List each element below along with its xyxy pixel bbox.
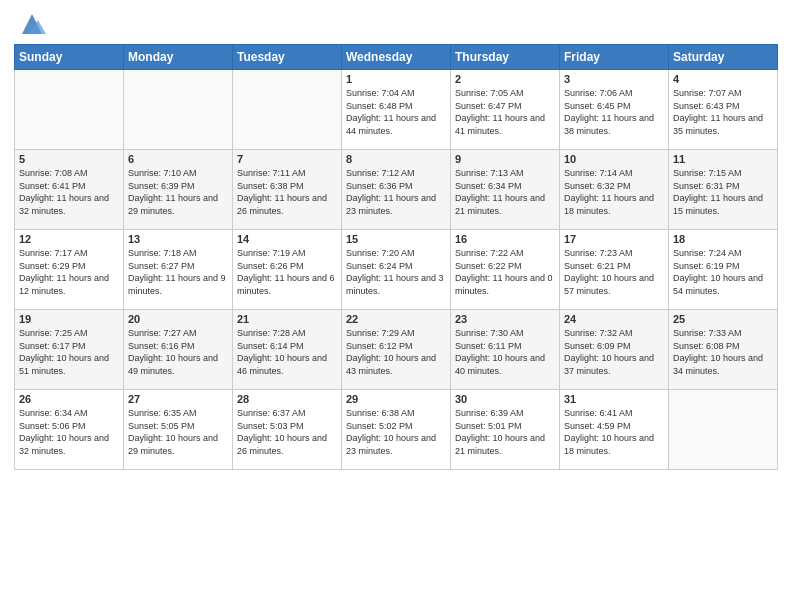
calendar-cell: 11Sunrise: 7:15 AMSunset: 6:31 PMDayligh… — [669, 150, 778, 230]
day-number: 19 — [19, 313, 119, 325]
weekday-header-sunday: Sunday — [15, 45, 124, 70]
day-number: 25 — [673, 313, 773, 325]
calendar-cell: 14Sunrise: 7:19 AMSunset: 6:26 PMDayligh… — [233, 230, 342, 310]
day-number: 2 — [455, 73, 555, 85]
calendar-cell: 29Sunrise: 6:38 AMSunset: 5:02 PMDayligh… — [342, 390, 451, 470]
day-number: 3 — [564, 73, 664, 85]
day-number: 28 — [237, 393, 337, 405]
page-container: SundayMondayTuesdayWednesdayThursdayFrid… — [0, 0, 792, 612]
day-number: 21 — [237, 313, 337, 325]
calendar-cell: 20Sunrise: 7:27 AMSunset: 6:16 PMDayligh… — [124, 310, 233, 390]
day-info: Sunrise: 7:27 AMSunset: 6:16 PMDaylight:… — [128, 327, 228, 377]
day-number: 6 — [128, 153, 228, 165]
day-info: Sunrise: 7:22 AMSunset: 6:22 PMDaylight:… — [455, 247, 555, 297]
day-info: Sunrise: 7:25 AMSunset: 6:17 PMDaylight:… — [19, 327, 119, 377]
day-number: 31 — [564, 393, 664, 405]
calendar-cell: 28Sunrise: 6:37 AMSunset: 5:03 PMDayligh… — [233, 390, 342, 470]
header — [14, 10, 778, 38]
day-info: Sunrise: 7:28 AMSunset: 6:14 PMDaylight:… — [237, 327, 337, 377]
day-info: Sunrise: 6:37 AMSunset: 5:03 PMDaylight:… — [237, 407, 337, 457]
calendar-cell: 22Sunrise: 7:29 AMSunset: 6:12 PMDayligh… — [342, 310, 451, 390]
calendar-cell: 5Sunrise: 7:08 AMSunset: 6:41 PMDaylight… — [15, 150, 124, 230]
day-info: Sunrise: 6:39 AMSunset: 5:01 PMDaylight:… — [455, 407, 555, 457]
day-info: Sunrise: 7:13 AMSunset: 6:34 PMDaylight:… — [455, 167, 555, 217]
calendar-cell: 27Sunrise: 6:35 AMSunset: 5:05 PMDayligh… — [124, 390, 233, 470]
weekday-header-row: SundayMondayTuesdayWednesdayThursdayFrid… — [15, 45, 778, 70]
day-info: Sunrise: 7:18 AMSunset: 6:27 PMDaylight:… — [128, 247, 228, 297]
day-info: Sunrise: 6:35 AMSunset: 5:05 PMDaylight:… — [128, 407, 228, 457]
weekday-header-saturday: Saturday — [669, 45, 778, 70]
day-number: 10 — [564, 153, 664, 165]
day-info: Sunrise: 7:15 AMSunset: 6:31 PMDaylight:… — [673, 167, 773, 217]
day-number: 26 — [19, 393, 119, 405]
day-number: 16 — [455, 233, 555, 245]
day-info: Sunrise: 7:11 AMSunset: 6:38 PMDaylight:… — [237, 167, 337, 217]
day-number: 30 — [455, 393, 555, 405]
calendar-week-row: 1Sunrise: 7:04 AMSunset: 6:48 PMDaylight… — [15, 70, 778, 150]
calendar-cell: 12Sunrise: 7:17 AMSunset: 6:29 PMDayligh… — [15, 230, 124, 310]
day-info: Sunrise: 6:41 AMSunset: 4:59 PMDaylight:… — [564, 407, 664, 457]
calendar-cell: 24Sunrise: 7:32 AMSunset: 6:09 PMDayligh… — [560, 310, 669, 390]
day-number: 12 — [19, 233, 119, 245]
calendar-cell: 25Sunrise: 7:33 AMSunset: 6:08 PMDayligh… — [669, 310, 778, 390]
calendar-week-row: 26Sunrise: 6:34 AMSunset: 5:06 PMDayligh… — [15, 390, 778, 470]
calendar-cell: 2Sunrise: 7:05 AMSunset: 6:47 PMDaylight… — [451, 70, 560, 150]
day-number: 7 — [237, 153, 337, 165]
day-info: Sunrise: 7:32 AMSunset: 6:09 PMDaylight:… — [564, 327, 664, 377]
day-info: Sunrise: 7:08 AMSunset: 6:41 PMDaylight:… — [19, 167, 119, 217]
day-info: Sunrise: 7:24 AMSunset: 6:19 PMDaylight:… — [673, 247, 773, 297]
day-info: Sunrise: 7:05 AMSunset: 6:47 PMDaylight:… — [455, 87, 555, 137]
calendar-week-row: 5Sunrise: 7:08 AMSunset: 6:41 PMDaylight… — [15, 150, 778, 230]
day-info: Sunrise: 7:04 AMSunset: 6:48 PMDaylight:… — [346, 87, 446, 137]
calendar-week-row: 19Sunrise: 7:25 AMSunset: 6:17 PMDayligh… — [15, 310, 778, 390]
calendar-cell: 31Sunrise: 6:41 AMSunset: 4:59 PMDayligh… — [560, 390, 669, 470]
day-info: Sunrise: 7:23 AMSunset: 6:21 PMDaylight:… — [564, 247, 664, 297]
day-info: Sunrise: 7:17 AMSunset: 6:29 PMDaylight:… — [19, 247, 119, 297]
day-info: Sunrise: 7:14 AMSunset: 6:32 PMDaylight:… — [564, 167, 664, 217]
day-number: 29 — [346, 393, 446, 405]
day-info: Sunrise: 7:10 AMSunset: 6:39 PMDaylight:… — [128, 167, 228, 217]
day-number: 14 — [237, 233, 337, 245]
day-number: 23 — [455, 313, 555, 325]
day-info: Sunrise: 7:07 AMSunset: 6:43 PMDaylight:… — [673, 87, 773, 137]
calendar-cell: 4Sunrise: 7:07 AMSunset: 6:43 PMDaylight… — [669, 70, 778, 150]
calendar-cell — [669, 390, 778, 470]
day-info: Sunrise: 6:38 AMSunset: 5:02 PMDaylight:… — [346, 407, 446, 457]
day-number: 13 — [128, 233, 228, 245]
weekday-header-tuesday: Tuesday — [233, 45, 342, 70]
day-number: 8 — [346, 153, 446, 165]
day-number: 15 — [346, 233, 446, 245]
day-number: 22 — [346, 313, 446, 325]
calendar-cell: 1Sunrise: 7:04 AMSunset: 6:48 PMDaylight… — [342, 70, 451, 150]
day-info: Sunrise: 7:30 AMSunset: 6:11 PMDaylight:… — [455, 327, 555, 377]
calendar-cell: 18Sunrise: 7:24 AMSunset: 6:19 PMDayligh… — [669, 230, 778, 310]
calendar-cell: 3Sunrise: 7:06 AMSunset: 6:45 PMDaylight… — [560, 70, 669, 150]
weekday-header-monday: Monday — [124, 45, 233, 70]
calendar-table: SundayMondayTuesdayWednesdayThursdayFrid… — [14, 44, 778, 470]
calendar-cell: 15Sunrise: 7:20 AMSunset: 6:24 PMDayligh… — [342, 230, 451, 310]
day-info: Sunrise: 7:19 AMSunset: 6:26 PMDaylight:… — [237, 247, 337, 297]
calendar-cell: 21Sunrise: 7:28 AMSunset: 6:14 PMDayligh… — [233, 310, 342, 390]
calendar-cell — [15, 70, 124, 150]
calendar-cell: 17Sunrise: 7:23 AMSunset: 6:21 PMDayligh… — [560, 230, 669, 310]
calendar-cell: 6Sunrise: 7:10 AMSunset: 6:39 PMDaylight… — [124, 150, 233, 230]
calendar-cell: 19Sunrise: 7:25 AMSunset: 6:17 PMDayligh… — [15, 310, 124, 390]
calendar-cell: 9Sunrise: 7:13 AMSunset: 6:34 PMDaylight… — [451, 150, 560, 230]
calendar-cell: 8Sunrise: 7:12 AMSunset: 6:36 PMDaylight… — [342, 150, 451, 230]
day-number: 1 — [346, 73, 446, 85]
day-info: Sunrise: 7:29 AMSunset: 6:12 PMDaylight:… — [346, 327, 446, 377]
day-info: Sunrise: 7:12 AMSunset: 6:36 PMDaylight:… — [346, 167, 446, 217]
calendar-cell: 10Sunrise: 7:14 AMSunset: 6:32 PMDayligh… — [560, 150, 669, 230]
calendar-cell: 23Sunrise: 7:30 AMSunset: 6:11 PMDayligh… — [451, 310, 560, 390]
weekday-header-thursday: Thursday — [451, 45, 560, 70]
day-number: 18 — [673, 233, 773, 245]
day-number: 24 — [564, 313, 664, 325]
day-number: 20 — [128, 313, 228, 325]
day-number: 4 — [673, 73, 773, 85]
day-number: 9 — [455, 153, 555, 165]
calendar-cell: 26Sunrise: 6:34 AMSunset: 5:06 PMDayligh… — [15, 390, 124, 470]
day-number: 17 — [564, 233, 664, 245]
day-info: Sunrise: 7:20 AMSunset: 6:24 PMDaylight:… — [346, 247, 446, 297]
calendar-week-row: 12Sunrise: 7:17 AMSunset: 6:29 PMDayligh… — [15, 230, 778, 310]
logo — [14, 14, 46, 38]
